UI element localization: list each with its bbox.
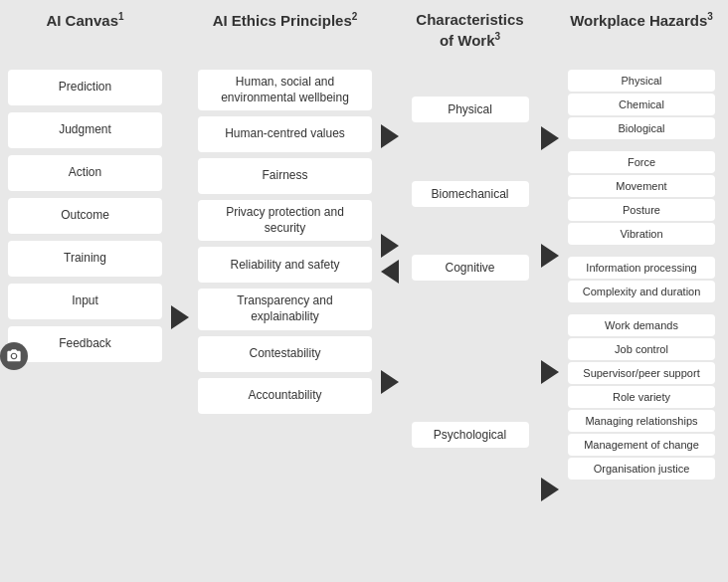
col-hazards: Workplace Hazards3 Physical Chemical Bio… (568, 10, 715, 572)
list-item: Organisation justice (568, 458, 715, 480)
list-item: Chemical (568, 94, 715, 115)
col4-sup: 3 (707, 11, 713, 22)
middle-arrows (381, 62, 399, 572)
list-item: Vibration (568, 223, 715, 245)
right-arrow-icon (541, 244, 559, 268)
list-item: Input (8, 284, 162, 319)
right-arrow-icon (541, 126, 559, 150)
list-item: Privacy protection and security (198, 200, 372, 241)
list-item: Force (568, 151, 715, 173)
right-arrow-icon (381, 370, 399, 394)
physical-char-group: Physical (408, 70, 532, 149)
col3-header: Characteristics of Work3 (408, 10, 532, 62)
list-item: Job control (568, 338, 715, 360)
physical-char-box: Physical (412, 97, 529, 122)
camera-icon (0, 342, 28, 370)
col2-title: AI Ethics Principles (213, 12, 352, 29)
cognitive-char-box: Cognitive (412, 255, 529, 281)
diagram: AI Canvas1 Prediction Judgment Action Ou… (0, 0, 728, 582)
physical-right-arrow (541, 126, 559, 154)
list-item: Human-centred values (198, 116, 372, 152)
right-arrow-icon (171, 305, 189, 329)
col-ai-canvas: AI Canvas1 Prediction Judgment Action Ou… (8, 10, 162, 572)
col4-title: Workplace Hazards (570, 12, 707, 29)
psychological-char-box: Psychological (412, 422, 529, 448)
col2-items: Human, social and environmental wellbein… (198, 70, 372, 414)
list-item: Accountability (198, 378, 372, 414)
list-item: Prediction (8, 70, 162, 105)
col2-header: AI Ethics Principles2 (213, 10, 358, 62)
psychological-right-arrow (541, 478, 559, 527)
col-ethics: AI Ethics Principles2 Human, social and … (198, 10, 372, 572)
list-item: Transparency and explainability (198, 289, 372, 329)
biomechanical-arrow (381, 234, 399, 284)
list-item: Contestability (198, 336, 372, 372)
col4-header: Workplace Hazards3 (570, 10, 713, 62)
psychological-char-group: Psychological (408, 296, 532, 572)
list-item: Role variety (568, 386, 715, 408)
list-item: Human, social and environmental wellbein… (198, 70, 372, 110)
list-item: Information processing (568, 257, 715, 279)
list-item: Posture (568, 199, 715, 221)
list-item: Complexity and duration (568, 281, 715, 302)
feedback-item: Feedback (8, 326, 162, 362)
list-item: Physical (568, 70, 715, 92)
arrow-col2-col3 (372, 10, 408, 572)
col3-title: Characteristics of Work (416, 11, 523, 49)
cognitive-arrow (381, 370, 399, 394)
hazard-spacer (568, 304, 715, 312)
list-item: Movement (568, 175, 715, 197)
cognitive-right-arrow (541, 360, 559, 388)
right-arrow-icon (381, 234, 399, 258)
right-arrow-icon (541, 360, 559, 384)
physical-arrow (381, 124, 399, 148)
right-arrow-icon (381, 124, 399, 148)
list-item: Management of change (568, 434, 715, 456)
list-item: Biological (568, 117, 715, 139)
col3-items: Physical Biomechanical Cognitive Psychol… (408, 70, 532, 572)
col1-items: Prediction Judgment Action Outcome Train… (8, 70, 162, 362)
right-arrows (541, 62, 559, 572)
list-item: Fairness (198, 158, 372, 194)
arrow-col1-col2 (162, 10, 198, 572)
list-item: Action (8, 155, 162, 191)
right-arrow-icon (541, 478, 559, 501)
list-item: Judgment (8, 112, 162, 148)
col1-sup: 1 (118, 11, 124, 22)
list-item: Training (8, 241, 162, 277)
arrow-col3-col4 (532, 10, 568, 572)
list-item: Supervisor/peer support (568, 362, 715, 384)
list-item: Managing relationships (568, 410, 715, 432)
col-characteristics: Characteristics of Work3 Physical Biomec… (408, 10, 532, 572)
col1-title: AI Canvas (46, 12, 118, 29)
outcome-arrow (171, 62, 189, 572)
list-item: Reliability and safety (198, 247, 372, 283)
col3-sup: 3 (495, 31, 501, 42)
col4-items: Physical Chemical Biological Force Movem… (568, 70, 715, 480)
list-item: Outcome (8, 198, 162, 234)
hazard-spacer (568, 247, 715, 255)
list-item: Work demands (568, 314, 715, 336)
left-arrow-icon (381, 260, 399, 284)
hazard-spacer (568, 141, 715, 149)
col1-header: AI Canvas1 (46, 10, 123, 62)
col2-sup: 2 (352, 11, 358, 22)
biomechanical-char-box: Biomechanical (412, 181, 529, 207)
cognitive-char-group: Cognitive (408, 239, 532, 296)
biomechanical-right-arrow (541, 244, 559, 272)
biomechanical-char-group: Biomechanical (408, 149, 532, 239)
